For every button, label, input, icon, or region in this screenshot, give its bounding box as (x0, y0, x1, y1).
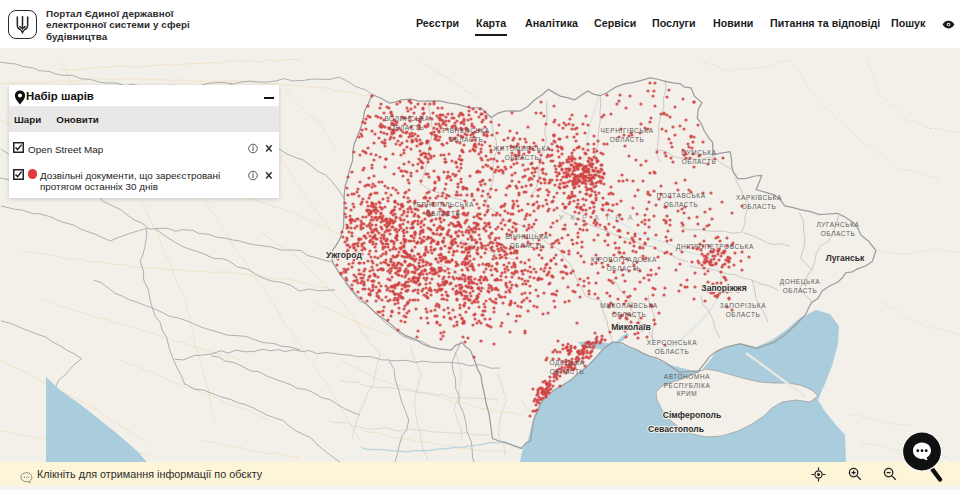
svg-text:ЛУГАНСЬКАОБЛАСТЬ: ЛУГАНСЬКАОБЛАСТЬ (817, 221, 860, 237)
svg-text:Луганськ: Луганськ (826, 253, 865, 263)
svg-text:ХАРКІВСЬКАОБЛАСТЬ: ХАРКІВСЬКАОБЛАСТЬ (736, 194, 782, 210)
svg-text:ДНІПРОПЕТРОВСЬКА: ДНІПРОПЕТРОВСЬКА (676, 243, 754, 251)
svg-text:ПОЛТАВСЬКАОБЛАСТЬ: ПОЛТАВСЬКАОБЛАСТЬ (656, 192, 705, 208)
svg-text:СУМСЬКАОБЛАСТЬ: СУМСЬКАОБЛАСТЬ (681, 149, 716, 165)
svg-text:ОДЕСЬКАОБЛАСТЬ: ОДЕСЬКАОБЛАСТЬ (550, 359, 585, 375)
svg-text:Запоріжжя: Запоріжжя (701, 283, 746, 293)
svg-text:Севастополь: Севастополь (648, 424, 704, 434)
svg-text:ВОЛИНСЬКАОБЛАСТЬ: ВОЛИНСЬКАОБЛАСТЬ (384, 115, 429, 131)
svg-text:Миколаїв: Миколаїв (611, 322, 651, 332)
svg-text:ДОНЕЦЬКАОБЛАСТЬ: ДОНЕЦЬКАОБЛАСТЬ (780, 278, 821, 294)
svg-text:Сімферополь: Сімферополь (663, 410, 722, 420)
svg-text:Ужгород: Ужгород (326, 250, 362, 260)
svg-text:ЗАПОРІЗЬКАОБЛАСТЬ: ЗАПОРІЗЬКАОБЛАСТЬ (720, 302, 766, 318)
svg-text:ВІННИЦЬКАОБЛАСТЬ: ВІННИЦЬКАОБЛАСТЬ (506, 233, 549, 249)
svg-text:У К Р А Ї Н А: У К Р А Ї Н А (559, 213, 636, 222)
svg-text:РІВНЕНСЬКАОБЛАСТЬ: РІВНЕНСЬКАОБЛАСТЬ (442, 127, 489, 143)
